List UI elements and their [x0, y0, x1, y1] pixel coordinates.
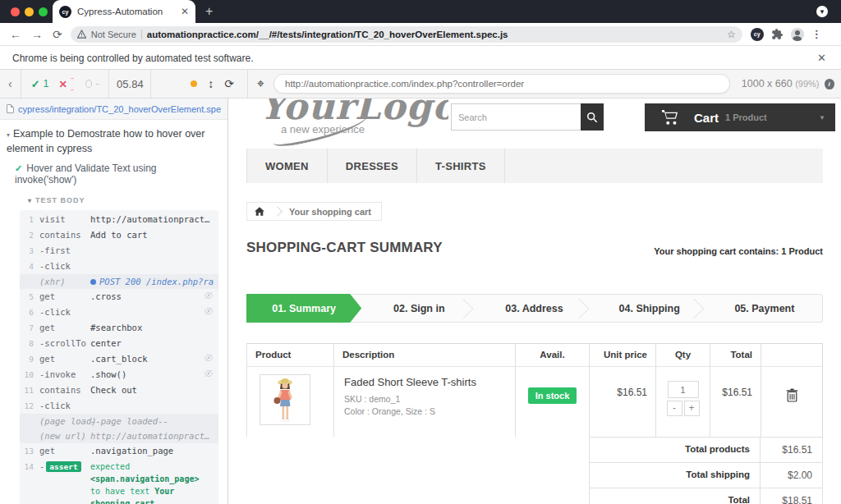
- browser-tab[interactable]: cy Cypress-Automation ✕: [53, 0, 195, 23]
- restart-tests-icon[interactable]: ⟳: [224, 77, 234, 90]
- nav-tab-dresses[interactable]: DRESSES: [328, 149, 417, 183]
- pending-count: -: [95, 78, 99, 89]
- maximize-window-button[interactable]: [39, 7, 48, 16]
- spec-file-link[interactable]: cypress/integration/TC_20_hoverOverEleme…: [18, 104, 221, 114]
- cart-block[interactable]: Cart 1 Product ▼: [645, 103, 835, 131]
- table-row: Faded Short Sleeve T-shirts SKU : demo_1…: [246, 366, 823, 437]
- column-header: Product: [246, 343, 333, 366]
- product-cell: [246, 366, 333, 437]
- command-row[interactable]: 11containsCheck out: [20, 383, 218, 398]
- quantity-minus-button[interactable]: -: [667, 401, 682, 416]
- app-under-test: YourLogo a new experience Cart 1 Product…: [228, 99, 841, 504]
- command-row[interactable]: 2containsAdd to cart: [20, 227, 218, 243]
- command-row[interactable]: 1visithttp://automationpractice.…: [20, 212, 218, 227]
- search-input[interactable]: [451, 103, 581, 131]
- elapsed-time: 05.84: [109, 78, 150, 90]
- new-tab-button[interactable]: +: [205, 3, 213, 20]
- step-chevron-icon: [453, 299, 473, 318]
- command-name: -scrollTo: [39, 337, 90, 349]
- automation-banner-text: Chrome is being controlled by automated …: [12, 53, 817, 64]
- breadcrumb-home-link[interactable]: [247, 207, 272, 216]
- test-title[interactable]: ✓Hover and Validate Text using invoke('s…: [0, 158, 227, 189]
- command-value: .cross: [90, 291, 200, 302]
- command-row[interactable]: 10-invoke.show(): [20, 367, 218, 383]
- forward-icon[interactable]: →: [31, 28, 43, 41]
- totals-value: $18.51: [761, 488, 823, 504]
- checkout-step[interactable]: 05. Payment: [707, 295, 822, 322]
- product-attributes: Color : Orange, Size : S: [344, 406, 507, 416]
- command-name: -click: [39, 260, 90, 272]
- not-secure-warning-icon: [77, 30, 86, 39]
- product-thumbnail[interactable]: [260, 374, 310, 425]
- checkout-step[interactable]: 02. Sign in: [361, 295, 476, 322]
- totals-spacer: [246, 437, 589, 462]
- product-sku: SKU : demo_1: [344, 394, 507, 404]
- nav-tab-women[interactable]: WOMEN: [246, 149, 328, 183]
- command-row[interactable]: 7get#searchbox: [20, 320, 218, 336]
- command-number: 13: [20, 445, 39, 457]
- step-chevron-icon: [684, 299, 704, 318]
- command-row[interactable]: 12-click: [20, 398, 218, 414]
- aut-url-bar[interactable]: http://automationpractice.com/index.php?…: [273, 74, 730, 94]
- command-number: 4: [20, 260, 39, 273]
- cypress-extension-icon[interactable]: cy: [751, 28, 764, 41]
- command-row[interactable]: (page load)--page loaded--: [20, 414, 218, 428]
- bookmark-star-icon[interactable]: ☆: [727, 29, 736, 40]
- command-row[interactable]: 8-scrollTocenter: [20, 336, 218, 351]
- command-name: -first: [39, 245, 90, 256]
- command-row[interactable]: 4-click: [20, 259, 218, 274]
- test-body-section[interactable]: ▾TEST BODY: [0, 189, 227, 208]
- url-text[interactable]: automationpractice.com/__/#/tests/integr…: [147, 30, 722, 39]
- selector-playground-icon[interactable]: ⌖: [248, 76, 273, 91]
- breadcrumb-chevron-icon: [272, 206, 283, 217]
- nav-tab-tshirts[interactable]: T-SHIRTS: [417, 149, 505, 183]
- minimize-window-button[interactable]: [25, 7, 34, 16]
- command-row[interactable]: 3-first: [20, 243, 218, 259]
- address-bar[interactable]: Not Secure automationpractice.com/__/#/t…: [71, 26, 742, 43]
- command-row[interactable]: 6-click: [20, 305, 218, 320]
- quantity-plus-button[interactable]: +: [684, 401, 700, 416]
- extensions-puzzle-icon[interactable]: [771, 28, 784, 40]
- command-value: .cart_block: [90, 353, 200, 364]
- profile-badge-icon[interactable]: ▼: [816, 6, 828, 17]
- command-row[interactable]: 13get.navigation_page: [20, 443, 218, 459]
- product-title[interactable]: Faded Short Sleeve T-shirts: [344, 376, 507, 388]
- command-name: -invoke: [39, 369, 90, 380]
- auto-scroll-dot-icon[interactable]: [191, 80, 197, 87]
- tab-close-icon[interactable]: ✕: [181, 6, 189, 17]
- command-row[interactable]: 9get.cart_block: [20, 351, 218, 367]
- breadcrumb-current: Your shopping cart: [284, 207, 381, 217]
- collapse-sidebar-icon[interactable]: ‹: [0, 77, 21, 90]
- command-name: -click: [39, 306, 90, 318]
- column-header: Avail.: [515, 343, 589, 366]
- checkout-step: 01. Summary: [246, 294, 361, 323]
- command-value: Check out: [90, 384, 214, 396]
- trash-icon[interactable]: [786, 388, 798, 402]
- reload-icon[interactable]: ⟳: [53, 28, 62, 41]
- command-name: (xhr): [39, 276, 90, 287]
- scroll-updown-icon[interactable]: ↕: [208, 77, 214, 90]
- command-row[interactable]: 5get.cross: [20, 289, 218, 305]
- suite-title[interactable]: ▾Example to Demostrate how to hover over…: [0, 120, 227, 158]
- checkout-step[interactable]: 03. Address: [476, 295, 591, 322]
- totals-value: $16.51: [761, 437, 823, 462]
- command-log: 1visithttp://automationpractice.…2contai…: [20, 210, 218, 504]
- command-row[interactable]: (new url)http://automationpractice.…: [20, 428, 218, 443]
- quantity-input[interactable]: [668, 381, 699, 398]
- totals-label: Total shipping: [589, 462, 761, 488]
- viewport-zoom: (99%): [795, 79, 819, 89]
- menu-dots-icon[interactable]: ⋮: [811, 28, 822, 40]
- command-row[interactable]: 14-assertexpected <span.navigation_page>…: [20, 459, 218, 504]
- command-name: (page load): [39, 415, 90, 427]
- close-window-button[interactable]: [11, 7, 20, 16]
- table-totals: Total products$16.51Total shipping$2.00T…: [246, 437, 823, 504]
- search-button[interactable]: [581, 103, 604, 131]
- back-icon[interactable]: ←: [10, 28, 21, 41]
- not-secure-label: Not Secure: [91, 30, 136, 39]
- banner-close-icon[interactable]: ✕: [817, 52, 826, 64]
- profile-avatar-icon[interactable]: [791, 28, 804, 41]
- command-number: 12: [20, 400, 39, 412]
- viewport-info-icon[interactable]: i: [825, 79, 834, 89]
- checkout-step[interactable]: 04. Shipping: [592, 295, 707, 322]
- command-row[interactable]: (xhr)POST 200 /index.php?rand…: [20, 274, 218, 289]
